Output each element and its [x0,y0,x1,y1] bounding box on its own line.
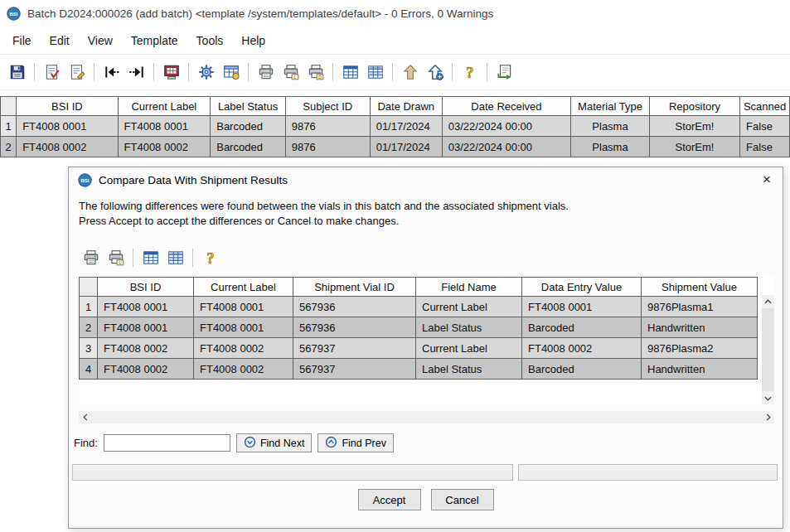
menu-edit[interactable]: Edit [41,31,79,51]
column-header[interactable]: Current Label [118,97,211,116]
vertical-scrollbar-thumb[interactable] [762,308,774,391]
table-row[interactable]: 1FT4008 0001FT4008 0001Barcoded987601/17… [1,116,790,137]
table-cell[interactable]: FT4008 0002 [98,338,194,359]
grid-view-icon[interactable] [138,246,162,270]
save-icon[interactable] [5,60,29,85]
insert-after-icon[interactable] [124,60,148,85]
upload-icon[interactable] [398,60,422,85]
scroll-up-icon[interactable] [762,295,774,307]
table-cell[interactable]: FT4008 0001 [98,297,194,317]
table-cell[interactable]: 567936 [293,317,416,338]
scroll-down-icon[interactable] [762,392,774,404]
row-number-header[interactable] [1,97,17,116]
help-icon[interactable]: ? [198,246,222,270]
scroll-right-icon[interactable] [762,411,774,423]
column-header[interactable]: Shipment Vial ID [293,278,416,297]
table-cell[interactable]: FT4008 0001 [118,116,211,137]
column-header[interactable]: BSI ID [17,97,118,116]
scroll-left-icon[interactable] [79,411,91,423]
find-prev-button[interactable]: Find Prev [317,433,394,452]
table-cell[interactable]: Handwritten [642,317,758,338]
table-cell[interactable]: 01/17/2024 [370,116,442,137]
find-input[interactable] [104,434,230,452]
table-cell[interactable]: FT4008 0001 [98,317,194,338]
table-cell[interactable]: FT4008 0001 [194,297,293,317]
menu-view[interactable]: View [79,31,122,51]
close-icon[interactable]: × [754,169,779,191]
grid-settings-icon[interactable] [219,60,243,85]
table-cell[interactable]: FT4008 0001 [17,116,118,137]
column-header[interactable]: Data Entry Value [522,278,642,297]
grid-browse-icon[interactable] [163,246,187,270]
table-cell[interactable]: Barcoded [522,317,642,338]
grid-view-icon[interactable] [338,60,362,85]
row-number-header[interactable] [80,278,98,297]
table-cell[interactable]: Barcoded [522,359,642,380]
table-cell[interactable]: Label Status [416,317,522,338]
table-cell[interactable]: Current Label [416,297,522,317]
help-icon[interactable]: ? [458,60,482,85]
column-header[interactable]: BSI ID [98,278,194,297]
table-cell[interactable]: 03/22/2024 00:00 [442,116,570,137]
table-cell[interactable]: FT4008 0001 [522,297,642,317]
accept-button[interactable]: Accept [358,489,421,510]
table-cell[interactable]: Plasma [571,116,650,137]
table-cell[interactable]: Handwritten [642,359,758,380]
cancel-button[interactable]: Cancel [431,489,494,510]
table-cell[interactable]: FT4008 0002 [98,359,194,380]
menu-template[interactable]: Template [122,31,187,51]
table-cell[interactable]: FT4008 0002 [17,137,118,157]
table-cell[interactable]: Plasma [571,137,650,157]
menu-help[interactable]: Help [232,31,274,51]
table-cell[interactable]: FT4008 0002 [194,338,293,359]
table-cell[interactable]: 9876Plasma2 [642,338,758,359]
column-header[interactable]: Subject ID [285,97,370,116]
table-cell[interactable]: False [740,116,790,137]
table-cell[interactable]: StorEm! [649,137,739,157]
horizontal-scrollbar[interactable] [79,411,774,423]
print-batch-icon[interactable] [159,60,183,85]
menu-file[interactable]: File [3,31,41,51]
table-cell[interactable]: 03/22/2024 00:00 [442,137,570,157]
print-labels-all-icon[interactable]: D [303,60,327,85]
print-icon[interactable] [254,60,278,85]
table-cell[interactable]: FT4008 0002 [522,338,642,359]
print-icon[interactable] [79,246,103,270]
table-row[interactable]: 3FT4008 0002FT4008 0002567937Current Lab… [80,338,758,359]
table-cell[interactable]: 567937 [293,338,416,359]
validate-batch-icon[interactable] [40,60,64,85]
column-header[interactable]: Shipment Value [642,278,758,297]
column-header[interactable]: Material Type [571,97,650,116]
table-cell[interactable]: FT4008 0002 [118,137,211,157]
column-header[interactable]: Field Name [416,278,522,297]
column-header[interactable]: Current Label [194,278,293,297]
table-cell[interactable]: False [740,137,790,157]
column-header[interactable]: Label Status [211,97,286,116]
print-labels-icon[interactable]: L [279,60,303,85]
table-row[interactable]: 2FT4008 0001FT4008 0001567936Label Statu… [80,317,758,338]
print-labels-icon[interactable]: L [104,246,128,270]
upload-template-icon[interactable] [423,60,447,85]
table-cell[interactable]: 9876 [285,137,370,157]
edit-template-icon[interactable] [65,60,89,85]
table-row[interactable]: 2FT4008 0002FT4008 0002Barcoded987601/17… [1,137,790,157]
table-row[interactable]: 1FT4008 0001FT4008 0001567936Current Lab… [80,297,758,317]
table-cell[interactable]: Label Status [416,359,522,380]
table-cell[interactable]: 9876Plasma1 [642,297,758,317]
export-icon[interactable] [492,60,516,85]
table-cell[interactable]: StorEm! [649,116,739,137]
table-cell[interactable]: Current Label [416,338,522,359]
table-cell[interactable]: 567937 [293,359,416,380]
table-cell[interactable]: Barcoded [211,137,286,157]
column-header[interactable]: Scanned [740,97,790,116]
table-cell[interactable]: 01/17/2024 [370,137,442,157]
insert-before-icon[interactable] [99,60,124,85]
find-next-button[interactable]: Find Next [236,433,313,452]
table-cell[interactable]: FT4008 0001 [194,317,293,338]
table-row[interactable]: 4FT4008 0002FT4008 0002567937Label Statu… [80,359,758,380]
column-header[interactable]: Date Drawn [370,97,442,116]
table-cell[interactable]: 9876 [285,116,370,137]
vertical-scrollbar[interactable] [762,295,774,404]
column-header[interactable]: Repository [649,97,739,116]
table-cell[interactable]: FT4008 0002 [194,359,293,380]
